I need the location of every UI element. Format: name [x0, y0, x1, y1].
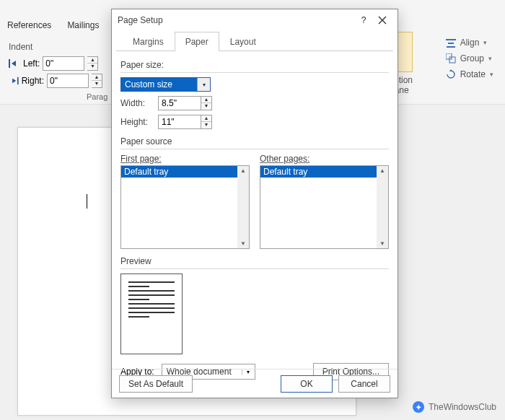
divider — [120, 268, 389, 269]
text-cursor — [87, 194, 87, 209]
first-page-selected[interactable]: Default tray — [121, 166, 249, 178]
divider — [120, 72, 389, 73]
first-page-listbox[interactable]: Default tray ▲▼ — [120, 165, 250, 249]
width-input[interactable] — [158, 96, 201, 110]
dialog-tabs: Margins Paper Layout — [116, 31, 393, 51]
paper-size-label: Paper size: — [120, 60, 389, 70]
svg-rect-1 — [17, 77, 19, 84]
svg-rect-2 — [446, 39, 456, 40]
cancel-button[interactable]: Cancel — [338, 375, 390, 393]
indent-left-spinner[interactable]: ▲▼ — [87, 56, 98, 71]
indent-group-title: Indent — [9, 42, 102, 52]
indent-left-label: Left: — [23, 58, 40, 69]
page-setup-dialog: Page Setup ? Margins Paper Layout Paper … — [111, 9, 398, 398]
watermark-text: TheWindowsClub — [429, 402, 496, 412]
indent-right-label: Right: — [22, 76, 44, 86]
paragraph-group-label: Parag — [87, 92, 107, 101]
align-command[interactable]: Align ▾ — [446, 38, 493, 48]
chevron-down-icon: ▾ — [490, 71, 493, 78]
align-icon — [446, 38, 456, 48]
arrange-commands: Align ▾ Group ▾ Rotate ▾ — [446, 38, 493, 79]
group-command[interactable]: Group ▾ — [446, 53, 493, 64]
divider — [120, 149, 389, 149]
indent-left-input[interactable] — [43, 56, 84, 71]
width-spinner[interactable]: ▲▼ — [201, 96, 212, 110]
height-input[interactable] — [158, 115, 201, 129]
other-pages-listbox[interactable]: Default tray ▲▼ — [260, 165, 389, 249]
ribbon-tab-references[interactable]: References — [6, 17, 53, 33]
ribbon-tab-mailings[interactable]: Mailings — [66, 17, 100, 33]
preview-thumbnail — [120, 274, 183, 354]
align-label: Align — [460, 38, 480, 48]
paper-size-dropdown[interactable]: Custom size ▾ — [120, 77, 211, 92]
rotate-label: Rotate — [460, 69, 486, 79]
group-icon — [446, 53, 456, 64]
indent-right-icon — [9, 76, 19, 86]
watermark: ✦ TheWindowsClub — [413, 401, 496, 413]
dialog-titlebar: Page Setup ? — [112, 9, 398, 31]
group-label: Group — [460, 53, 484, 64]
paper-source-label: Paper source — [120, 136, 389, 146]
indent-right-input[interactable] — [47, 74, 89, 88]
rotate-icon — [446, 69, 456, 79]
svg-rect-6 — [449, 57, 455, 63]
height-spinner[interactable]: ▲▼ — [201, 115, 212, 129]
svg-rect-3 — [448, 43, 454, 44]
dialog-title: Page Setup — [118, 15, 354, 25]
rotate-command[interactable]: Rotate ▾ — [446, 69, 493, 79]
tab-layout[interactable]: Layout — [219, 32, 267, 51]
indent-right-spinner[interactable]: ▲▼ — [92, 74, 102, 88]
first-page-label: First page: — [120, 154, 250, 164]
tab-paper[interactable]: Paper — [175, 32, 219, 51]
scrollbar[interactable]: ▲▼ — [377, 166, 388, 248]
chevron-down-icon: ▾ — [488, 55, 492, 62]
preview-label: Preview — [120, 256, 389, 266]
other-pages-selected[interactable]: Default tray — [260, 166, 388, 178]
paper-size-value: Custom size — [121, 79, 197, 89]
chevron-down-icon: ▾ — [197, 78, 210, 91]
dialog-body: Paper size: Custom size ▾ Width: ▲▼ Heig… — [112, 51, 398, 380]
indent-group: Indent Left: ▲▼ Right: ▲▼ — [9, 42, 102, 91]
tab-margins[interactable]: Margins — [122, 32, 175, 51]
set-as-default-button[interactable]: Set As Default — [119, 375, 193, 393]
other-pages-label: Other pages: — [260, 154, 389, 164]
help-button[interactable]: ? — [354, 12, 373, 28]
svg-rect-4 — [447, 46, 455, 48]
watermark-icon: ✦ — [413, 401, 424, 413]
dialog-footer: Set As Default OK Cancel — [112, 369, 398, 398]
indent-left-icon — [9, 58, 20, 69]
scrollbar[interactable]: ▲▼ — [237, 166, 249, 248]
close-button[interactable] — [373, 12, 392, 28]
svg-rect-0 — [9, 59, 10, 68]
height-label: Height: — [120, 117, 152, 127]
ribbon-tab-list: References Mailings — [0, 17, 100, 33]
width-label: Width: — [120, 98, 152, 108]
ok-button[interactable]: OK — [281, 375, 333, 393]
chevron-down-icon: ▾ — [483, 39, 487, 46]
svg-rect-5 — [446, 53, 452, 59]
